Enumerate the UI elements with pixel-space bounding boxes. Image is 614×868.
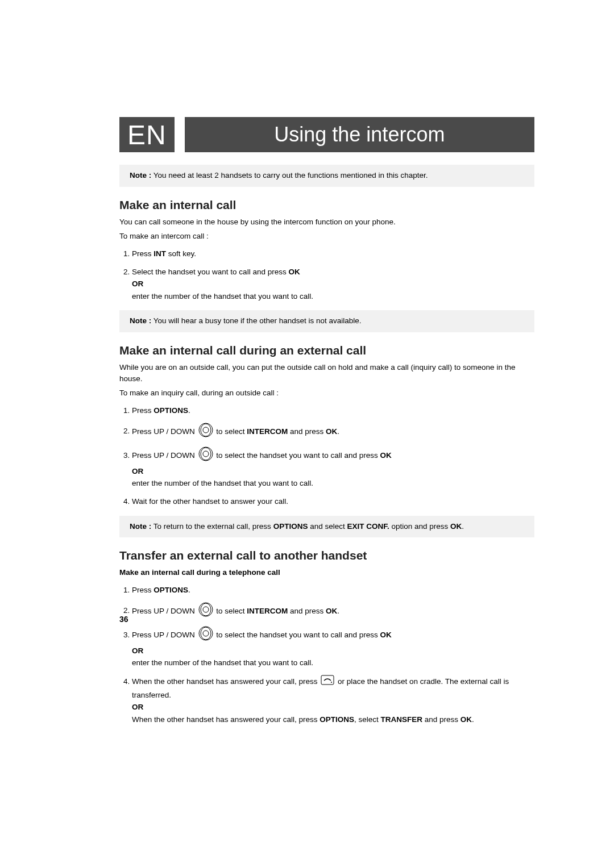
svg-point-3 bbox=[199, 447, 213, 461]
note-text: You will hear a busy tone if the other h… bbox=[154, 316, 362, 325]
or-label: OR bbox=[132, 646, 143, 655]
text: . bbox=[337, 606, 339, 615]
key-label: INT bbox=[154, 249, 166, 258]
section-heading-2: Make an internal call during an external… bbox=[119, 344, 534, 357]
text: . bbox=[188, 406, 190, 415]
hangup-key-icon bbox=[321, 675, 334, 689]
svg-point-1 bbox=[201, 424, 211, 436]
text: To return to the external call, press bbox=[154, 522, 273, 531]
svg-rect-12 bbox=[321, 675, 334, 685]
svg-point-9 bbox=[199, 627, 213, 640]
nav-circle-icon bbox=[198, 446, 213, 465]
key-label: OPTIONS bbox=[273, 522, 308, 531]
paragraph: To make an intercom call : bbox=[119, 231, 534, 242]
svg-point-10 bbox=[201, 627, 211, 640]
text: and press bbox=[288, 427, 326, 435]
key-label: INTERCOM bbox=[247, 427, 288, 435]
text: and select bbox=[308, 522, 347, 531]
key-label: TRANSFER bbox=[380, 715, 422, 724]
text: . bbox=[472, 715, 474, 724]
text: Select the handset you want to call and … bbox=[132, 268, 288, 276]
paragraph: You can call someone in the house by usi… bbox=[119, 216, 534, 228]
section-heading-1: Make an internal call bbox=[119, 198, 534, 212]
steps-list-1: Press INT soft key. Select the handset y… bbox=[119, 248, 534, 302]
text: enter the number of the handset that you… bbox=[132, 658, 313, 667]
text: to select the handset you want to call a… bbox=[214, 631, 380, 639]
text: to select the handset you want to call a… bbox=[214, 451, 380, 460]
list-item: Press OPTIONS. bbox=[132, 404, 534, 417]
nav-circle-icon bbox=[198, 602, 213, 621]
svg-point-0 bbox=[199, 423, 213, 437]
list-item: Press UP / DOWN to select INTERCOM and p… bbox=[132, 423, 534, 441]
text: . bbox=[462, 522, 464, 531]
key-label: OK bbox=[288, 268, 300, 276]
nav-circle-icon bbox=[198, 423, 213, 441]
nav-circle-icon bbox=[198, 626, 213, 645]
list-item: Press OPTIONS. bbox=[132, 584, 534, 596]
text: . bbox=[337, 427, 339, 435]
key-label: INTERCOM bbox=[247, 606, 288, 615]
language-badge: EN bbox=[119, 117, 175, 152]
key-label: OPTIONS bbox=[154, 586, 188, 594]
note-box-2: Note : You will hear a busy tone if the … bbox=[119, 310, 534, 332]
text: When the other handset has answered your… bbox=[132, 677, 320, 686]
text: . bbox=[188, 586, 190, 594]
text: to select bbox=[214, 606, 247, 615]
text: Press UP / DOWN bbox=[132, 427, 197, 435]
text: Press UP / DOWN bbox=[132, 606, 197, 615]
note-box-1: Note : You need at least 2 handsets to c… bbox=[119, 165, 534, 187]
text: When the other handset has answered your… bbox=[132, 715, 320, 724]
text: to select bbox=[214, 427, 247, 435]
text: and press bbox=[422, 715, 460, 724]
list-item: Press UP / DOWN to select the handset yo… bbox=[132, 626, 534, 669]
paragraph: While you are on an outside call, you ca… bbox=[119, 362, 534, 384]
key-label: OPTIONS bbox=[320, 715, 354, 724]
text: soft key. bbox=[166, 249, 196, 258]
document-page: EN Using the intercom Note : You need at… bbox=[0, 0, 614, 868]
text: Press bbox=[132, 249, 154, 258]
list-item: Select the handset you want to call and … bbox=[132, 266, 534, 303]
text: Press UP / DOWN bbox=[132, 631, 197, 639]
list-item: When the other handset has answered your… bbox=[132, 675, 534, 725]
steps-list-3: Press OPTIONS. Press UP / DOWN to select… bbox=[119, 584, 534, 725]
key-label: OK bbox=[450, 522, 462, 531]
note-label: Note : bbox=[130, 171, 151, 180]
note-label: Note : bbox=[130, 522, 151, 531]
text: Press UP / DOWN bbox=[132, 451, 197, 460]
page-number: 36 bbox=[119, 615, 128, 624]
or-label: OR bbox=[132, 467, 143, 475]
or-label: OR bbox=[132, 279, 143, 288]
key-label: OK bbox=[326, 427, 337, 435]
svg-point-6 bbox=[199, 603, 213, 616]
key-label: OPTIONS bbox=[154, 406, 188, 415]
text: Press bbox=[132, 586, 154, 594]
text: , select bbox=[354, 715, 381, 724]
svg-point-11 bbox=[203, 631, 209, 636]
svg-point-7 bbox=[201, 603, 211, 616]
key-label: OK bbox=[380, 451, 391, 460]
key-label: OK bbox=[326, 606, 337, 615]
page-title: Using the intercom bbox=[185, 117, 534, 152]
page-header: EN Using the intercom bbox=[119, 117, 534, 152]
text: enter the number of the handset that you… bbox=[132, 292, 313, 301]
key-label: OK bbox=[380, 631, 391, 639]
note-label: Note : bbox=[130, 316, 151, 325]
or-label: OR bbox=[132, 703, 143, 711]
key-label: OK bbox=[460, 715, 472, 724]
steps-list-2: Press OPTIONS. Press UP / DOWN to select… bbox=[119, 404, 534, 508]
text: Press bbox=[132, 406, 154, 415]
svg-point-4 bbox=[201, 448, 211, 460]
list-item: Press UP / DOWN to select INTERCOM and p… bbox=[132, 602, 534, 621]
list-item: Press UP / DOWN to select the handset yo… bbox=[132, 446, 534, 490]
note-text: You need at least 2 handsets to carry ou… bbox=[154, 171, 428, 180]
section-heading-3: Transfer an external call to another han… bbox=[119, 549, 534, 562]
text: enter the number of the handset that you… bbox=[132, 479, 313, 487]
note-box-3: Note : To return to the external call, p… bbox=[119, 516, 534, 538]
svg-point-5 bbox=[203, 451, 209, 457]
paragraph: To make an inquiry call, during an outsi… bbox=[119, 387, 534, 399]
text: and press bbox=[288, 606, 326, 615]
text: option and press bbox=[389, 522, 450, 531]
subheading: Make an internal call during a telephone… bbox=[119, 567, 534, 578]
svg-point-13 bbox=[331, 682, 332, 683]
list-item: Wait for the other handset to answer you… bbox=[132, 495, 534, 508]
